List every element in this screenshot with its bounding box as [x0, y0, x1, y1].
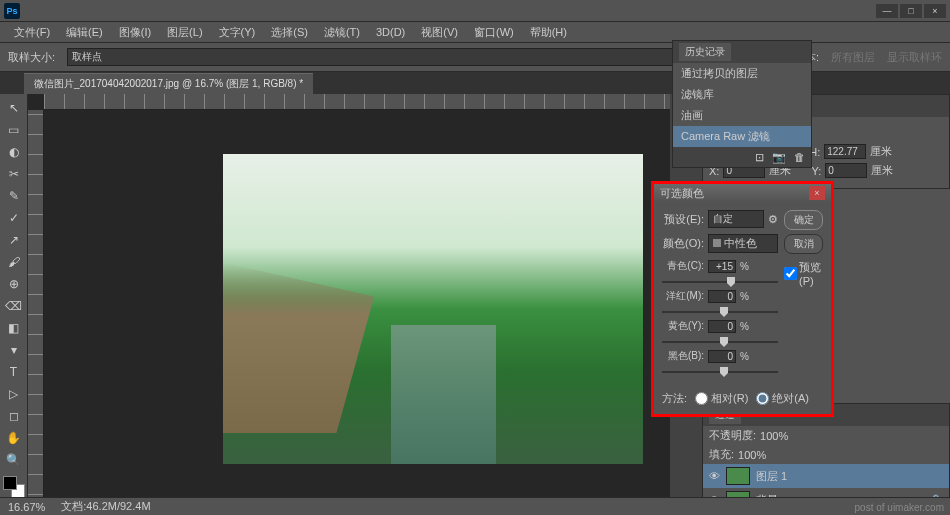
yellow-slider[interactable]: [662, 335, 778, 349]
doc-size: 文档:46.2M/92.4M: [61, 499, 150, 514]
magenta-input[interactable]: [708, 290, 736, 303]
eraser-tool[interactable]: ⌫: [3, 296, 25, 316]
fill-label: 填充:: [709, 447, 734, 462]
visibility-icon[interactable]: 👁: [709, 470, 720, 482]
yellow-input[interactable]: [708, 320, 736, 333]
color-swatches[interactable]: [3, 476, 25, 498]
preset-label: 预设(E):: [662, 212, 704, 227]
zoom-tool[interactable]: 🔍: [3, 450, 25, 470]
move-tool[interactable]: ↖: [3, 98, 25, 118]
history-brush-tool[interactable]: ⊕: [3, 274, 25, 294]
crop-tool[interactable]: ✂: [3, 164, 25, 184]
stamp-tool[interactable]: 🖌: [3, 252, 25, 272]
menu-3d[interactable]: 3D(D): [370, 24, 411, 40]
snapshot-icon[interactable]: ⊡: [755, 151, 764, 164]
status-bar: 16.67% 文档:46.2M/92.4M: [0, 497, 950, 515]
dialog-close-button[interactable]: ×: [809, 186, 825, 200]
blur-tool[interactable]: ▾: [3, 340, 25, 360]
close-button[interactable]: ×: [924, 4, 946, 18]
menu-edit[interactable]: 编辑(E): [60, 23, 109, 42]
show-ring-label: 显示取样环: [887, 50, 942, 65]
y-input[interactable]: [825, 163, 867, 178]
layer-row-1[interactable]: 👁 图层 1: [703, 464, 949, 488]
menu-file[interactable]: 文件(F): [8, 23, 56, 42]
history-panel: 历史记录 通过拷贝的图层 滤镜库 油画 Camera Raw 滤镜 ⊡ 📷 🗑: [672, 40, 812, 168]
brush-tool[interactable]: ↗: [3, 230, 25, 250]
gear-icon[interactable]: ⚙: [768, 213, 778, 226]
h-unit: 厘米: [870, 144, 892, 159]
layer-thumbnail: [726, 467, 750, 485]
black-label: 黑色(B):: [662, 349, 704, 363]
window-controls: — □ ×: [876, 4, 946, 18]
menu-image[interactable]: 图像(I): [113, 23, 157, 42]
method-label: 方法:: [662, 391, 687, 406]
menu-type[interactable]: 文字(Y): [213, 23, 262, 42]
black-input[interactable]: [708, 350, 736, 363]
menu-select[interactable]: 选择(S): [265, 23, 314, 42]
dialog-title: 可选颜色: [660, 186, 704, 201]
preset-select[interactable]: 自定: [708, 210, 764, 228]
pen-tool[interactable]: ▷: [3, 384, 25, 404]
absolute-radio[interactable]: 绝对(A): [756, 391, 809, 406]
marquee-tool[interactable]: ▭: [3, 120, 25, 140]
document-canvas[interactable]: [223, 154, 643, 464]
opacity-label: 不透明度:: [709, 428, 756, 443]
magenta-label: 洋红(M):: [662, 289, 704, 303]
type-tool[interactable]: T: [3, 362, 25, 382]
pct: %: [740, 261, 749, 272]
preview-checkbox[interactable]: 预览(P): [784, 260, 823, 287]
cyan-label: 青色(C):: [662, 259, 704, 273]
cyan-input[interactable]: [708, 260, 736, 273]
shape-tool[interactable]: ◻: [3, 406, 25, 426]
black-slider[interactable]: [662, 365, 778, 379]
camera-icon[interactable]: 📷: [772, 151, 786, 164]
colors-label: 颜色(O):: [662, 236, 704, 251]
history-item-selected[interactable]: Camera Raw 滤镜: [673, 126, 811, 147]
menu-filter[interactable]: 滤镜(T): [318, 23, 366, 42]
maximize-button[interactable]: □: [900, 4, 922, 18]
dialog-title-bar[interactable]: 可选颜色 ×: [654, 184, 831, 202]
sample-value: 所有图层: [831, 50, 875, 65]
cancel-button[interactable]: 取消: [784, 234, 823, 254]
history-item[interactable]: 滤镜库: [673, 84, 811, 105]
y-label: Y:: [811, 165, 821, 177]
magenta-slider[interactable]: [662, 305, 778, 319]
healing-tool[interactable]: ✓: [3, 208, 25, 228]
fill-value[interactable]: 100%: [738, 449, 766, 461]
hand-tool[interactable]: ✋: [3, 428, 25, 448]
zoom-level[interactable]: 16.67%: [8, 501, 45, 513]
menu-layer[interactable]: 图层(L): [161, 23, 208, 42]
document-tab[interactable]: 微信图片_201704042002017.jpg @ 16.7% (图层 1, …: [24, 73, 313, 94]
eyedropper-tool[interactable]: ✎: [3, 186, 25, 206]
title-bar: Ps — □ ×: [0, 0, 950, 22]
yellow-label: 黄色(Y):: [662, 319, 704, 333]
menu-view[interactable]: 视图(V): [415, 23, 464, 42]
history-footer: ⊡ 📷 🗑: [673, 147, 811, 167]
history-item[interactable]: 通过拷贝的图层: [673, 63, 811, 84]
menu-bar: 文件(F) 编辑(E) 图像(I) 图层(L) 文字(Y) 选择(S) 滤镜(T…: [0, 22, 950, 42]
sample-size-label: 取样大小:: [8, 50, 55, 65]
colors-select[interactable]: 中性色: [708, 234, 778, 253]
minimize-button[interactable]: —: [876, 4, 898, 18]
relative-radio[interactable]: 相对(R): [695, 391, 748, 406]
app-logo: Ps: [4, 3, 20, 19]
ruler-horizontal[interactable]: [44, 94, 670, 110]
cyan-slider[interactable]: [662, 275, 778, 289]
lasso-tool[interactable]: ◐: [3, 142, 25, 162]
gradient-tool[interactable]: ◧: [3, 318, 25, 338]
history-item[interactable]: 油画: [673, 105, 811, 126]
ok-button[interactable]: 确定: [784, 210, 823, 230]
menu-window[interactable]: 窗口(W): [468, 23, 520, 42]
layer-name: 图层 1: [756, 469, 787, 484]
menu-help[interactable]: 帮助(H): [524, 23, 573, 42]
history-tab[interactable]: 历史记录: [679, 43, 731, 61]
watermark: post of uimaker.com: [855, 502, 944, 513]
tool-palette: ↖ ▭ ◐ ✂ ✎ ✓ ↗ 🖌 ⊕ ⌫ ◧ ▾ T ▷ ◻ ✋ 🔍: [0, 94, 28, 515]
selective-color-dialog: 可选颜色 × 预设(E): 自定 ⚙ 颜色(O): 中性色 青色(C): %: [651, 181, 834, 417]
trash-icon[interactable]: 🗑: [794, 151, 805, 163]
ruler-vertical[interactable]: [28, 110, 44, 515]
opacity-value[interactable]: 100%: [760, 430, 788, 442]
h-input[interactable]: [824, 144, 866, 159]
canvas-area: [28, 94, 670, 515]
y-unit: 厘米: [871, 163, 893, 178]
